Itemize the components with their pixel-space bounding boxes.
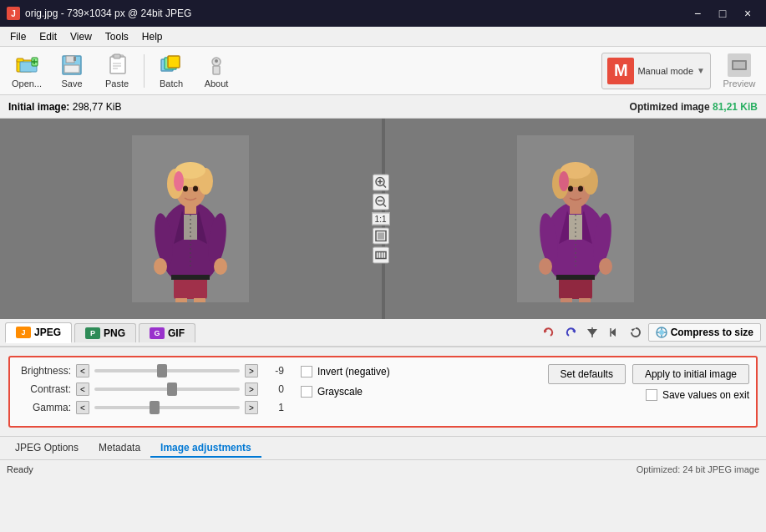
window-title: orig.jpg - 739×1034 px @ 24bit JPEG — [25, 8, 191, 19]
svg-point-41 — [214, 258, 227, 275]
apply-to-initial-button[interactable]: Apply to initial image — [632, 364, 749, 384]
format-tabs-row: J JPEG P PNG G GIF — [0, 319, 766, 347]
jpeg-icon: J — [16, 327, 31, 338]
undo-button[interactable] — [540, 323, 558, 342]
redo-button[interactable] — [561, 323, 580, 342]
flip-button[interactable] — [583, 323, 601, 342]
tab-image-adjustments[interactable]: Image adjustments — [150, 439, 261, 458]
svg-point-36 — [193, 186, 198, 192]
zoom-in-button[interactable] — [373, 175, 389, 191]
svg-line-50 — [383, 185, 386, 188]
set-defaults-button[interactable]: Set defaults — [548, 364, 626, 384]
tab-png-label: PNG — [104, 327, 125, 339]
brightness-value: -9 — [263, 365, 284, 377]
svg-marker-84 — [572, 330, 576, 333]
save-values-label: Save values on exit — [662, 389, 749, 401]
gamma-decrease-button[interactable]: < — [76, 401, 89, 414]
save-values-checkbox-row[interactable]: Save values on exit — [548, 389, 749, 401]
grayscale-checkbox[interactable] — [301, 386, 312, 398]
contrast-slider[interactable] — [94, 388, 240, 391]
checkboxes-section: Invert (negative) Grayscale — [301, 364, 390, 398]
invert-checkbox-row[interactable]: Invert (negative) — [301, 366, 390, 377]
svg-rect-23 — [733, 62, 745, 68]
compress-to-size-button[interactable]: Compress to size — [648, 323, 761, 342]
svg-marker-88 — [611, 328, 616, 337]
tab-jpeg[interactable]: J JPEG — [5, 322, 72, 343]
svg-point-35 — [183, 186, 188, 192]
menu-file[interactable]: File — [3, 29, 33, 44]
batch-icon — [160, 53, 183, 77]
svg-point-34 — [174, 171, 184, 191]
grayscale-checkbox-row[interactable]: Grayscale — [301, 386, 390, 398]
save-values-checkbox[interactable] — [646, 389, 657, 401]
svg-rect-18 — [168, 56, 180, 68]
tab-jpeg-options[interactable]: JPEG Options — [5, 439, 89, 458]
svg-rect-20 — [213, 66, 220, 74]
save-button[interactable]: Save — [50, 51, 94, 91]
batch-button[interactable]: Batch — [150, 51, 193, 91]
gamma-increase-button[interactable]: > — [245, 401, 258, 414]
brightness-increase-button[interactable]: > — [245, 364, 258, 377]
bottom-tabs: JPEG Options Metadata Image adjustments — [0, 436, 766, 459]
minimize-button[interactable]: − — [686, 5, 709, 22]
contrast-value: 0 — [263, 383, 284, 395]
svg-rect-12 — [114, 54, 120, 58]
brightness-slider[interactable] — [94, 369, 240, 372]
menu-tools[interactable]: Tools — [99, 29, 135, 44]
open-button[interactable]: Open... — [5, 51, 48, 91]
svg-marker-83 — [544, 330, 547, 333]
fit-button[interactable] — [373, 228, 389, 245]
tab-metadata[interactable]: Metadata — [89, 439, 150, 458]
paste-button[interactable]: Paste — [95, 51, 139, 91]
open-label: Open... — [12, 79, 42, 89]
optimized-image-label: Optimized image 81,21 KiB — [630, 101, 758, 113]
svg-rect-45 — [194, 298, 205, 302]
contrast-increase-button[interactable]: > — [245, 383, 258, 396]
compress-to-size-label: Compress to size — [671, 327, 753, 338]
adjustments-panel: Brightness: < > -9 Contrast: < > 0 G — [8, 356, 758, 428]
rotate-button[interactable] — [626, 323, 645, 342]
zoom-label: 1:1 — [372, 213, 390, 225]
svg-point-21 — [215, 59, 218, 63]
about-button[interactable]: About — [195, 51, 238, 91]
zoom-out-button[interactable] — [373, 194, 389, 210]
close-button[interactable]: × — [736, 5, 759, 22]
svg-point-76 — [539, 258, 552, 275]
gamma-slider[interactable] — [94, 406, 240, 409]
png-icon: P — [85, 327, 100, 339]
menu-view[interactable]: View — [63, 29, 99, 44]
preview-button[interactable]: Preview — [718, 53, 761, 89]
invert-checkbox[interactable] — [301, 366, 312, 377]
gamma-label: Gamma: — [17, 402, 71, 413]
paste-icon — [105, 53, 129, 77]
svg-point-77 — [599, 258, 612, 275]
arrow-left-button[interactable] — [605, 323, 623, 342]
brightness-thumb[interactable] — [157, 364, 167, 377]
manual-mode-button[interactable]: M Manual mode ▼ — [601, 53, 711, 89]
invert-label: Invert (negative) — [317, 366, 390, 377]
manual-mode-label: Manual mode — [637, 66, 693, 76]
contrast-decrease-button[interactable]: < — [76, 383, 89, 396]
tab-gif[interactable]: G GIF — [139, 323, 195, 342]
svg-marker-90 — [632, 328, 636, 332]
gamma-thumb[interactable] — [150, 401, 160, 414]
maximize-button[interactable]: □ — [711, 5, 734, 22]
tab-gif-label: GIF — [168, 327, 185, 339]
gamma-row: Gamma: < > 1 — [17, 401, 284, 414]
menu-help[interactable]: Help — [135, 29, 170, 44]
adjustments-wrapper: Brightness: < > -9 Contrast: < > 0 G — [0, 347, 766, 436]
brightness-decrease-button[interactable]: < — [76, 364, 89, 377]
about-label: About — [205, 79, 229, 89]
title-bar: J orig.jpg - 739×1034 px @ 24bit JPEG − … — [0, 0, 766, 27]
image-info-bar: Initial image: 298,77 KiB Optimized imag… — [0, 95, 766, 119]
grayscale-label: Grayscale — [317, 386, 363, 398]
title-bar-left: J orig.jpg - 739×1034 px @ 24bit JPEG — [7, 7, 191, 20]
svg-rect-80 — [561, 298, 572, 302]
actual-size-button[interactable] — [373, 247, 389, 264]
menu-edit[interactable]: Edit — [33, 29, 63, 44]
initial-image-panel — [0, 119, 382, 319]
menu-bar: File Edit View Tools Help — [0, 27, 766, 47]
svg-rect-44 — [175, 298, 187, 302]
tab-png[interactable]: P PNG — [74, 323, 136, 342]
contrast-thumb[interactable] — [167, 383, 177, 396]
